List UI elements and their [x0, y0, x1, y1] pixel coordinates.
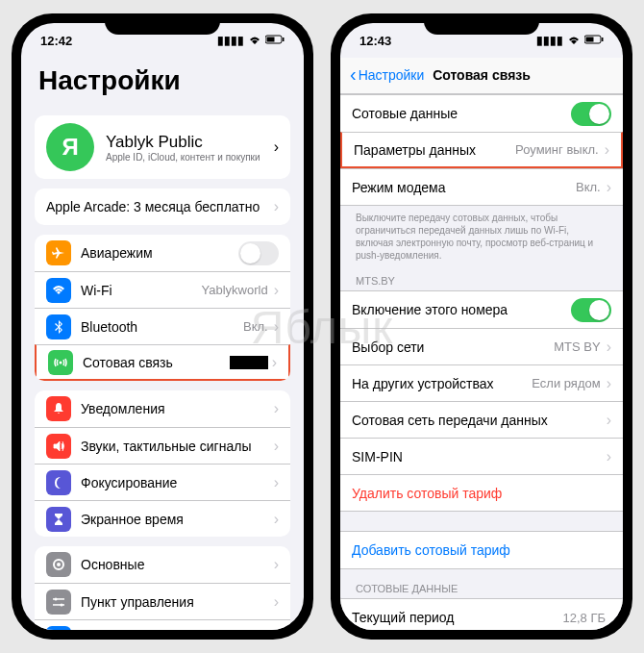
wifi-icon: [248, 34, 261, 47]
promo-label: Apple Arcade: 3 месяца бесплатно: [46, 199, 274, 214]
sounds-label: Звуки, тактильные сигналы: [81, 439, 274, 454]
svg-rect-2: [283, 38, 285, 41]
chevron-right-icon: ›: [607, 448, 611, 465]
add-plan-group: Добавить сотовый тариф: [340, 531, 623, 569]
svg-rect-12: [586, 38, 594, 42]
cellular-data-row[interactable]: Сотовые данные: [340, 95, 623, 132]
bluetooth-row[interactable]: Bluetooth Вкл. ›: [35, 308, 290, 344]
bt-label: Bluetooth: [81, 319, 243, 335]
general-group: Основные › Пункт управления › AA Экран и…: [35, 546, 290, 630]
battery-icon: [584, 34, 604, 47]
svg-rect-9: [53, 604, 64, 606]
datanet-row[interactable]: Сотовая сеть передачи данных ›: [340, 401, 623, 438]
airplane-toggle[interactable]: [238, 241, 279, 265]
chevron-right-icon: ›: [274, 630, 279, 631]
data-options-group: Сотовые данные Параметры данных Роуминг …: [340, 94, 623, 206]
hotspot-value: Вкл.: [576, 180, 601, 194]
cellular-row[interactable]: Сотовая связь ›: [35, 344, 290, 381]
text-icon: AA: [46, 626, 71, 631]
chevron-right-icon: ›: [274, 438, 279, 455]
page-title: Настройки: [21, 58, 304, 106]
enable-line-row[interactable]: Включение этого номера: [340, 291, 623, 328]
enable-toggle[interactable]: [571, 298, 611, 322]
chevron-right-icon: ›: [274, 556, 279, 573]
chevron-right-icon: ›: [272, 354, 277, 371]
screentime-label: Экранное время: [81, 512, 274, 527]
carrier-group: Включение этого номера Выбор сети MTS BY…: [340, 290, 623, 512]
cellular-data-toggle[interactable]: [571, 102, 611, 126]
chevron-right-icon: ›: [274, 318, 279, 336]
notifications-group: Уведомления › Звуки, тактильные сигналы …: [35, 390, 290, 537]
svg-point-5: [57, 563, 61, 566]
profile-sub: Apple ID, iCloud, контент и покупки: [106, 152, 262, 163]
delete-plan-row[interactable]: Удалить сотовый тариф: [340, 474, 623, 511]
connectivity-group: Авиарежим Wi-Fi Yablykworld › Bluetooth …: [35, 235, 290, 381]
nav-header: ‹ Настройки Сотовая связь: [340, 58, 623, 94]
wifi-label: Wi-Fi: [81, 283, 202, 298]
network-label: Выбор сети: [352, 339, 554, 355]
screentime-row[interactable]: Экранное время ›: [35, 500, 290, 537]
control-row[interactable]: Пункт управления ›: [35, 583, 290, 619]
hotspot-row[interactable]: Режим модема Вкл. ›: [340, 168, 623, 205]
moon-icon: [46, 470, 71, 495]
general-row[interactable]: Основные ›: [35, 546, 290, 583]
sounds-row[interactable]: Звуки, тактильные сигналы ›: [35, 427, 290, 464]
chevron-right-icon: ›: [607, 339, 611, 356]
data-params-row[interactable]: Параметры данных Роуминг выкл. ›: [340, 132, 623, 168]
airplane-icon: [46, 240, 71, 265]
simpin-label: SIM-PIN: [352, 449, 607, 465]
wifi-icon: [567, 34, 581, 47]
cellular-data-label: Сотовые данные: [352, 106, 571, 121]
chevron-right-icon: ›: [274, 282, 279, 299]
network-value: MTS BY: [554, 339, 600, 354]
sliders-icon: [46, 590, 71, 615]
airplane-row[interactable]: Авиарежим: [35, 235, 290, 271]
bluetooth-icon: [46, 314, 71, 339]
chevron-right-icon: ›: [274, 474, 279, 491]
gear-icon: [46, 552, 71, 577]
params-value: Роуминг выкл.: [515, 142, 599, 157]
profile-group[interactable]: Я Yablyk Public Apple ID, iCloud, контен…: [35, 115, 290, 179]
delete-label: Удалить сотовый тариф: [352, 486, 611, 501]
enable-label: Включение этого номера: [352, 302, 571, 317]
chevron-right-icon: ›: [274, 511, 279, 528]
notif-label: Уведомления: [81, 401, 274, 416]
back-button[interactable]: ‹ Настройки: [350, 63, 424, 86]
current-period-row[interactable]: Текущий период 12,8 ГБ: [340, 599, 623, 630]
notifications-row[interactable]: Уведомления ›: [35, 390, 290, 427]
mts-header: MTS.BY: [340, 262, 623, 290]
chevron-right-icon: ›: [607, 412, 611, 429]
avatar: Я: [46, 123, 94, 171]
battery-icon: [265, 34, 285, 47]
network-row[interactable]: Выбор сети MTS BY ›: [340, 328, 623, 364]
bt-value: Вкл.: [243, 319, 268, 334]
chevron-right-icon: ›: [274, 593, 279, 611]
profile-name: Yablyk Public: [106, 133, 262, 152]
chevron-right-icon: ›: [274, 138, 279, 156]
other-value: Если рядом: [532, 376, 600, 390]
current-value: 12,8 ГБ: [563, 611, 606, 625]
data-note: Выключите передачу сотовых данных, чтобы…: [340, 206, 623, 262]
chevron-right-icon: ›: [274, 400, 279, 417]
params-label: Параметры данных: [354, 142, 515, 158]
hotspot-label: Режим модема: [352, 180, 576, 195]
chevron-right-icon: ›: [605, 141, 609, 159]
display-row[interactable]: AA Экран и яркость ›: [35, 619, 290, 630]
signal-icon: ▮▮▮▮: [217, 34, 244, 47]
phone-right: 12:43 ▮▮▮▮ ‹ Настройки Сотовая связь Сот…: [331, 13, 632, 640]
focus-row[interactable]: Фокусирование ›: [35, 464, 290, 500]
add-plan-row[interactable]: Добавить сотовый тариф: [340, 532, 623, 568]
notch: [105, 13, 220, 35]
wifi-row[interactable]: Wi-Fi Yablykworld ›: [35, 271, 290, 308]
svg-rect-13: [602, 38, 604, 41]
wifi-icon: [46, 278, 71, 303]
bell-icon: [46, 396, 71, 421]
notch: [424, 13, 539, 35]
other-devices-row[interactable]: На других устройствах Если рядом ›: [340, 364, 623, 401]
clock: 12:43: [359, 34, 391, 48]
signal-icon: ▮▮▮▮: [536, 34, 563, 47]
simpin-row[interactable]: SIM-PIN ›: [340, 438, 623, 474]
control-label: Пункт управления: [81, 594, 274, 610]
promo-group[interactable]: Apple Arcade: 3 месяца бесплатно›: [35, 188, 290, 225]
svg-rect-7: [53, 598, 64, 600]
